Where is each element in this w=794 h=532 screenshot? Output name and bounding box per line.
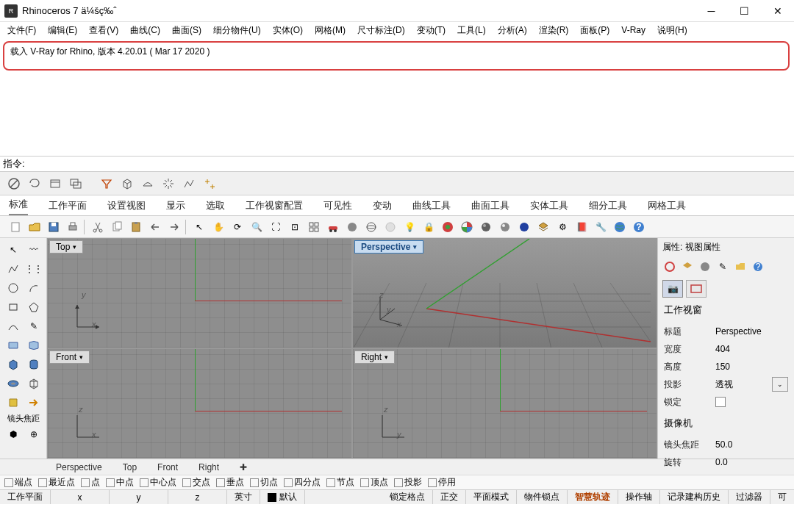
undo-icon[interactable] xyxy=(147,219,163,235)
menu-help[interactable]: 说明(H) xyxy=(653,23,692,38)
copy-icon[interactable] xyxy=(109,219,125,235)
cylinder-icon[interactable] xyxy=(25,356,43,373)
car-icon[interactable] xyxy=(325,219,341,235)
status-osnap[interactable]: 物件锁点 xyxy=(517,490,568,504)
torus-icon[interactable] xyxy=(4,375,22,392)
window-icon[interactable] xyxy=(47,176,63,192)
osnap-quad-check[interactable] xyxy=(284,478,293,487)
status-planar[interactable]: 平面模式 xyxy=(466,490,517,504)
btab-add[interactable]: ✚ xyxy=(235,461,251,474)
new-icon[interactable] xyxy=(7,219,24,235)
menu-curve[interactable]: 曲线(C) xyxy=(126,23,165,38)
zoom-window-icon[interactable]: ⊡ xyxy=(287,219,303,235)
lines-icon[interactable] xyxy=(181,176,197,192)
open-icon[interactable] xyxy=(26,219,43,235)
props-circle-icon[interactable] xyxy=(662,259,677,274)
status-history[interactable]: 记录建构历史 xyxy=(660,490,729,504)
globe-icon[interactable] xyxy=(612,219,628,235)
lock-checkbox[interactable] xyxy=(715,397,726,407)
rect-icon[interactable] xyxy=(4,298,22,316)
field-rotation[interactable]: 0.0 xyxy=(715,456,788,469)
status-layer[interactable]: 默认 xyxy=(260,490,305,504)
pan-icon[interactable]: ✋ xyxy=(210,219,226,235)
osnap-mid-check[interactable] xyxy=(106,478,115,487)
polygon-icon[interactable] xyxy=(25,298,43,316)
status-smarttrack[interactable]: 智慧轨迹 xyxy=(568,490,618,504)
cut-icon[interactable] xyxy=(90,219,106,235)
gear-icon[interactable]: ⚙ xyxy=(554,219,571,235)
status-gumball[interactable]: 操作轴 xyxy=(618,490,660,504)
osnap-cen-check[interactable] xyxy=(140,478,149,487)
light-icon[interactable]: 💡 xyxy=(401,219,418,235)
props-pen-icon[interactable]: ✎ xyxy=(715,259,730,274)
puzzle-icon[interactable] xyxy=(4,394,22,411)
props-help-icon[interactable]: ? xyxy=(751,259,765,274)
menu-subd[interactable]: 细分物件(U) xyxy=(209,23,265,38)
command-input[interactable] xyxy=(28,159,791,169)
loft-icon[interactable] xyxy=(25,337,43,354)
ghosted-icon[interactable] xyxy=(382,219,398,235)
field-height[interactable]: 150 xyxy=(715,360,788,373)
osnap-perp-check[interactable] xyxy=(216,478,225,487)
osnap-disable-check[interactable] xyxy=(428,478,437,487)
points-icon[interactable]: ⋮⋮ xyxy=(25,260,43,278)
wireframe-icon[interactable] xyxy=(363,219,379,235)
viewport-top[interactable]: x y Top▾ xyxy=(48,239,351,348)
viewport-right-label[interactable]: Right▾ xyxy=(354,351,395,364)
viewport-perspective-label[interactable]: Perspective▾ xyxy=(354,240,423,254)
lock-icon[interactable]: 🔒 xyxy=(421,219,437,235)
save-icon[interactable] xyxy=(46,219,62,235)
osnap-point-check[interactable] xyxy=(81,478,90,487)
burst-icon[interactable] xyxy=(160,176,176,192)
filter-icon[interactable] xyxy=(99,176,115,192)
menu-mesh[interactable]: 网格(M) xyxy=(310,23,350,38)
btab-right[interactable]: Right xyxy=(194,461,223,474)
layers-icon[interactable] xyxy=(535,219,551,235)
btab-top[interactable]: Top xyxy=(118,461,141,474)
menu-analyze[interactable]: 分析(A) xyxy=(493,23,532,38)
status-filter[interactable]: 过滤器 xyxy=(729,490,770,504)
sketch-icon[interactable]: ✎ xyxy=(25,317,43,335)
menu-vray[interactable]: V-Ray xyxy=(617,24,650,37)
tab-select[interactable]: 选取 xyxy=(206,199,225,215)
box-icon[interactable] xyxy=(119,176,135,192)
close-button[interactable]: ✕ xyxy=(761,0,794,22)
stop-icon[interactable] xyxy=(6,176,22,192)
lasso-icon[interactable] xyxy=(26,176,43,192)
status-gridsnap[interactable]: 锁定格点 xyxy=(382,490,433,504)
arc-icon[interactable] xyxy=(25,279,43,297)
wrench-icon[interactable]: 🔧 xyxy=(593,219,609,235)
shaded-icon[interactable] xyxy=(344,219,360,235)
sparkles-icon[interactable] xyxy=(201,176,218,192)
viewport-front-label[interactable]: Front▾ xyxy=(49,351,90,364)
field-title[interactable]: Perspective xyxy=(715,325,788,338)
osnap-end-check[interactable] xyxy=(4,478,13,487)
redo-icon[interactable] xyxy=(166,219,182,235)
surface2-icon[interactable] xyxy=(4,337,22,354)
menu-surface[interactable]: 曲面(S) xyxy=(168,23,206,38)
lasso2-icon[interactable]: 〰 xyxy=(25,241,43,259)
menu-solid[interactable]: 实体(O) xyxy=(268,23,307,38)
circle-icon[interactable] xyxy=(4,279,22,297)
props-layers-icon[interactable] xyxy=(680,259,695,274)
field-projection[interactable]: 透视 xyxy=(715,377,772,392)
solid2-icon[interactable] xyxy=(4,356,22,373)
tab-transform[interactable]: 变动 xyxy=(373,199,392,215)
windows-icon[interactable] xyxy=(68,176,84,192)
field-width[interactable]: 404 xyxy=(715,342,788,356)
color-icon[interactable] xyxy=(459,219,475,235)
tab-visibility[interactable]: 可见性 xyxy=(323,199,352,215)
zoom-icon[interactable]: 🔍 xyxy=(248,219,265,235)
render-icon[interactable] xyxy=(440,219,456,235)
tab-meshtools[interactable]: 网格工具 xyxy=(648,199,686,215)
menu-dimension[interactable]: 尺寸标注(D) xyxy=(353,23,409,38)
book-icon[interactable]: 📕 xyxy=(573,219,590,235)
curve-icon[interactable] xyxy=(4,317,22,335)
misc2-icon[interactable]: ⊕ xyxy=(25,425,43,443)
maximize-button[interactable]: ☐ xyxy=(728,0,761,22)
select-icon[interactable]: ↖ xyxy=(4,241,22,259)
minimize-button[interactable]: ─ xyxy=(695,0,728,22)
polyline-icon[interactable] xyxy=(4,260,22,278)
menu-transform[interactable]: 变动(T) xyxy=(412,23,450,38)
status-units[interactable]: 英寸 xyxy=(227,490,260,504)
